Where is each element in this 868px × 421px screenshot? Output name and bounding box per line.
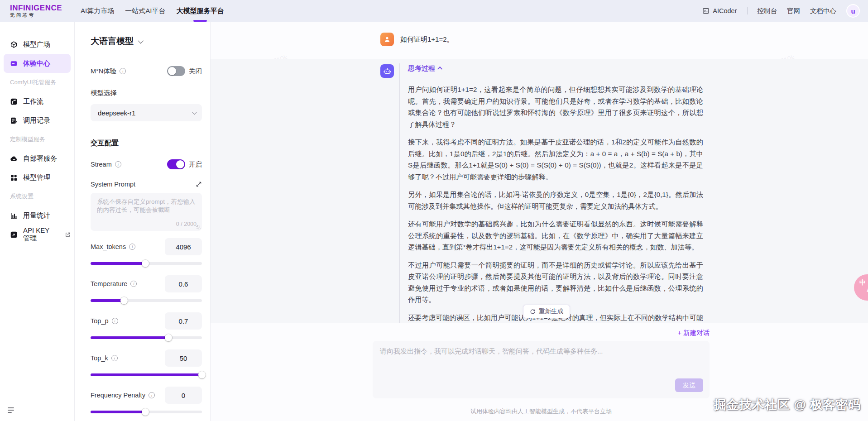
stream-toggle[interactable] (167, 159, 185, 169)
refresh-icon (530, 309, 536, 315)
regenerate-button[interactable]: 重新生成 (523, 305, 570, 318)
sidebar-item-api-key[interactable]: API KEY管理 (4, 225, 71, 244)
sidebar-item-label: 自部署服务 (23, 154, 57, 163)
frequency-penalty-slider[interactable] (91, 408, 202, 416)
max-tokens-value[interactable]: 4096 (165, 238, 202, 255)
active-tab-underline (193, 20, 207, 22)
user-message-text: 如何证明1+1=2。 (400, 35, 454, 44)
logo[interactable]: INFINIGENCE 无问芯穹 (0, 4, 68, 18)
top-navbar: INFINIGENCE 无问芯穹 AI算力市场 一站式AI平台 大模型服务平台 … (0, 0, 868, 22)
param-frequency-penalty: Frequency Penaltyi 0 (91, 387, 202, 416)
chevron-down-icon (192, 110, 197, 115)
top-p-slider[interactable] (91, 334, 202, 341)
stream-label: Stream (91, 161, 112, 168)
sidebar-section-comfyui: ComfyUI托管服务 (0, 73, 74, 92)
mn-toggle[interactable] (167, 66, 185, 76)
info-icon[interactable]: i (130, 281, 137, 287)
info-icon[interactable]: i (149, 392, 155, 398)
nav-tab-llm-service-platform[interactable]: 大模型服务平台 (171, 0, 229, 22)
primary-nav: AI算力市场 一站式AI平台 大模型服务平台 (75, 0, 229, 22)
thinking-paragraph: 还有可能用户对数学的基础感兴趣，比如为什么需要证明看似显然的东西。这时候可能需要… (408, 218, 703, 253)
api-key-icon (10, 231, 18, 239)
chevron-down-icon (138, 38, 144, 43)
user-message-avatar (380, 33, 394, 46)
top-p-value[interactable]: 0.7 (165, 312, 202, 330)
sidebar-section-system: 系统设置 (0, 187, 74, 206)
sidebar-item-label: 模型管理 (23, 173, 50, 182)
resize-handle[interactable] (197, 225, 201, 230)
chevron-up-icon (437, 67, 442, 72)
panel-title: 大语言模型 (91, 35, 134, 47)
top-k-value[interactable]: 50 (165, 349, 202, 367)
aicoder-link[interactable]: AICoder (702, 7, 737, 14)
send-button[interactable]: 发送 (675, 378, 703, 392)
system-prompt-row: System Prompt (91, 179, 202, 189)
stream-row: Stream i 开启 (91, 159, 202, 170)
param-top-p: Top_pi 0.7 (91, 312, 202, 341)
max-tokens-slider[interactable] (91, 260, 202, 267)
param-top-k: Top_ki 50 (91, 349, 202, 378)
param-label: Top_k (91, 354, 108, 362)
slider-knob[interactable] (142, 260, 149, 267)
sidebar-item-call-log[interactable]: 调用记录 (4, 111, 71, 130)
temperature-value[interactable]: 0.6 (165, 275, 202, 292)
cube-icon (10, 41, 18, 48)
user-avatar[interactable]: u (846, 4, 860, 18)
docs-link[interactable]: 文档中心 (810, 7, 836, 15)
sidebar-item-label: 用量统计 (23, 211, 50, 220)
info-icon[interactable]: i (115, 161, 121, 167)
console-link[interactable]: 控制台 (758, 7, 777, 15)
slider-knob[interactable] (198, 371, 206, 378)
workflow-icon (10, 98, 18, 105)
collapse-sidebar-button[interactable] (6, 406, 15, 416)
official-site-link[interactable]: 官网 (787, 7, 800, 15)
sidebar-item-experience-center[interactable]: 体验中心 (4, 54, 71, 73)
frequency-penalty-value[interactable]: 0 (165, 387, 202, 404)
experience-icon (10, 60, 18, 67)
logo-subtitle: 无问芯穹 (10, 13, 68, 18)
info-icon[interactable]: i (129, 244, 135, 250)
sidebar-item-model-manage[interactable]: 模型管理 (4, 168, 71, 187)
info-icon[interactable]: i (120, 68, 126, 74)
slider-knob[interactable] (165, 334, 172, 341)
ai-disclaimer: 试用体验内容均由人工智能模型生成，不代表平台立场 (373, 407, 710, 416)
nav-tab-label: 大模型服务平台 (176, 7, 224, 15)
thinking-paragraph: 用户问如何证明1+1=2，这看起来是个简单的问题，但仔细想想其实可能涉及到数学的… (408, 84, 703, 130)
chat-input[interactable] (373, 341, 710, 377)
translate-icon: 中 (859, 279, 866, 287)
sidebar-item-usage-stats[interactable]: 用量统计 (4, 206, 71, 225)
sidebar-item-label: 模型广场 (23, 40, 50, 49)
nav-tab-ai-compute-market[interactable]: AI算力市场 (75, 0, 120, 22)
system-prompt-label: System Prompt (91, 181, 135, 188)
sidebar-item-self-deploy[interactable]: 自部署服务 (4, 149, 71, 168)
sidebar-item-model-plaza[interactable]: 模型广场 (4, 35, 71, 54)
mn-label: M*N体验 (91, 67, 116, 76)
char-counter: 0 / 2000 (176, 221, 197, 227)
expand-icon[interactable] (196, 181, 202, 187)
slider-knob[interactable] (142, 408, 149, 416)
nav-tab-one-stop-ai-platform[interactable]: 一站式AI平台 (120, 0, 171, 22)
chat-area: sk-dar3nt2synhs710k 内容由AI生成，仅供参考 内容由AI生成… (211, 22, 868, 421)
chat-input-card: 发送 (373, 341, 710, 398)
model-select-dropdown[interactable]: deepseek-r1 (91, 104, 202, 121)
cloud-icon (10, 155, 18, 163)
param-label: Max_tokens (91, 243, 126, 250)
model-type-selector[interactable]: 大语言模型 (91, 36, 202, 47)
aicoder-label: AICoder (713, 7, 737, 14)
info-icon[interactable]: i (112, 318, 118, 324)
new-chat-button[interactable]: + 新建对话 (678, 329, 710, 337)
thinking-toggle[interactable]: 思考过程 (408, 63, 703, 73)
thinking-block: 思考过程 用户问如何证明1+1=2，这看起来是个简单的问题，但仔细想想其实可能涉… (399, 63, 703, 323)
temperature-slider[interactable] (91, 297, 202, 304)
selected-model: deepseek-r1 (98, 109, 135, 117)
info-icon[interactable]: i (111, 355, 118, 361)
param-label: Temperature (91, 280, 127, 287)
slider-knob[interactable] (120, 297, 128, 304)
grid-icon (10, 174, 18, 182)
sidebar-item-workflow[interactable]: 工作流 (4, 92, 71, 111)
thinking-paragraph: 另外，如果是用集合论的话，比如冯·诺依曼的序数定义，0是空集，1是{0}，2是{… (408, 189, 703, 212)
mn-toggle-state: 关闭 (189, 67, 202, 76)
param-label: Top_p (91, 317, 109, 325)
top-k-slider[interactable] (91, 371, 202, 378)
navbar-right: AICoder 控制台 官网 文档中心 u (702, 4, 868, 18)
